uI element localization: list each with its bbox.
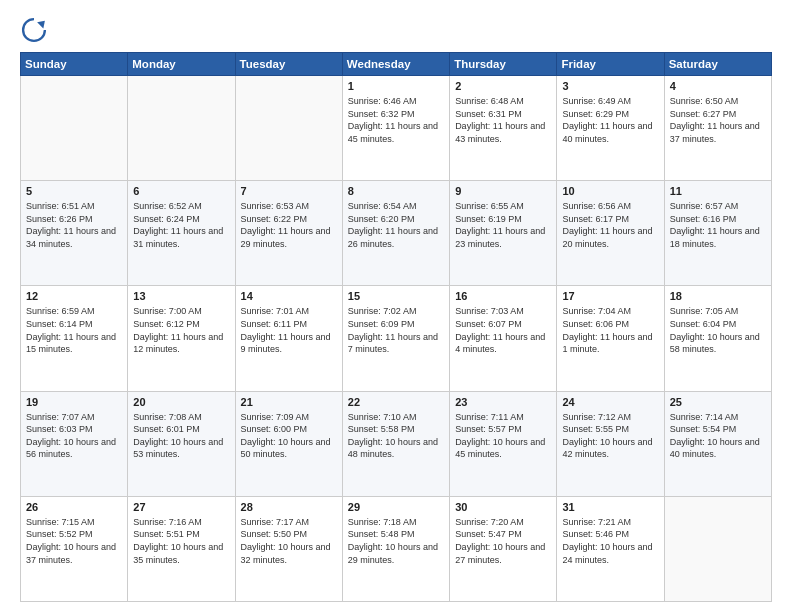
calendar-cell: 18Sunrise: 7:05 AM Sunset: 6:04 PM Dayli… (664, 286, 771, 391)
day-number: 13 (133, 290, 229, 302)
day-number: 12 (26, 290, 122, 302)
day-info: Sunrise: 7:02 AM Sunset: 6:09 PM Dayligh… (348, 305, 444, 355)
day-info: Sunrise: 7:01 AM Sunset: 6:11 PM Dayligh… (241, 305, 337, 355)
weekday-saturday: Saturday (664, 53, 771, 76)
day-number: 18 (670, 290, 766, 302)
day-info: Sunrise: 6:49 AM Sunset: 6:29 PM Dayligh… (562, 95, 658, 145)
day-number: 7 (241, 185, 337, 197)
calendar-cell (664, 496, 771, 601)
day-number: 11 (670, 185, 766, 197)
calendar-cell (128, 76, 235, 181)
weekday-wednesday: Wednesday (342, 53, 449, 76)
calendar-body: 1Sunrise: 6:46 AM Sunset: 6:32 PM Daylig… (21, 76, 772, 602)
calendar-cell: 1Sunrise: 6:46 AM Sunset: 6:32 PM Daylig… (342, 76, 449, 181)
day-info: Sunrise: 6:50 AM Sunset: 6:27 PM Dayligh… (670, 95, 766, 145)
day-info: Sunrise: 7:03 AM Sunset: 6:07 PM Dayligh… (455, 305, 551, 355)
day-info: Sunrise: 6:56 AM Sunset: 6:17 PM Dayligh… (562, 200, 658, 250)
day-number: 28 (241, 501, 337, 513)
day-info: Sunrise: 7:15 AM Sunset: 5:52 PM Dayligh… (26, 516, 122, 566)
calendar-cell (235, 76, 342, 181)
day-info: Sunrise: 7:12 AM Sunset: 5:55 PM Dayligh… (562, 411, 658, 461)
day-number: 27 (133, 501, 229, 513)
day-info: Sunrise: 7:14 AM Sunset: 5:54 PM Dayligh… (670, 411, 766, 461)
day-number: 1 (348, 80, 444, 92)
logo (20, 16, 54, 44)
day-number: 6 (133, 185, 229, 197)
calendar-cell: 12Sunrise: 6:59 AM Sunset: 6:14 PM Dayli… (21, 286, 128, 391)
day-number: 16 (455, 290, 551, 302)
day-info: Sunrise: 6:54 AM Sunset: 6:20 PM Dayligh… (348, 200, 444, 250)
calendar-cell: 8Sunrise: 6:54 AM Sunset: 6:20 PM Daylig… (342, 181, 449, 286)
day-info: Sunrise: 7:05 AM Sunset: 6:04 PM Dayligh… (670, 305, 766, 355)
day-number: 10 (562, 185, 658, 197)
calendar-cell: 24Sunrise: 7:12 AM Sunset: 5:55 PM Dayli… (557, 391, 664, 496)
calendar-header: SundayMondayTuesdayWednesdayThursdayFrid… (21, 53, 772, 76)
day-info: Sunrise: 7:10 AM Sunset: 5:58 PM Dayligh… (348, 411, 444, 461)
day-info: Sunrise: 6:46 AM Sunset: 6:32 PM Dayligh… (348, 95, 444, 145)
day-number: 25 (670, 396, 766, 408)
day-number: 3 (562, 80, 658, 92)
day-number: 17 (562, 290, 658, 302)
calendar-cell: 23Sunrise: 7:11 AM Sunset: 5:57 PM Dayli… (450, 391, 557, 496)
week-row-1: 1Sunrise: 6:46 AM Sunset: 6:32 PM Daylig… (21, 76, 772, 181)
calendar-cell: 21Sunrise: 7:09 AM Sunset: 6:00 PM Dayli… (235, 391, 342, 496)
day-info: Sunrise: 7:16 AM Sunset: 5:51 PM Dayligh… (133, 516, 229, 566)
calendar-cell: 27Sunrise: 7:16 AM Sunset: 5:51 PM Dayli… (128, 496, 235, 601)
day-info: Sunrise: 6:53 AM Sunset: 6:22 PM Dayligh… (241, 200, 337, 250)
calendar-cell: 4Sunrise: 6:50 AM Sunset: 6:27 PM Daylig… (664, 76, 771, 181)
calendar-cell: 28Sunrise: 7:17 AM Sunset: 5:50 PM Dayli… (235, 496, 342, 601)
calendar-cell: 2Sunrise: 6:48 AM Sunset: 6:31 PM Daylig… (450, 76, 557, 181)
calendar-cell: 17Sunrise: 7:04 AM Sunset: 6:06 PM Dayli… (557, 286, 664, 391)
day-info: Sunrise: 6:59 AM Sunset: 6:14 PM Dayligh… (26, 305, 122, 355)
header (20, 16, 772, 44)
day-info: Sunrise: 7:20 AM Sunset: 5:47 PM Dayligh… (455, 516, 551, 566)
calendar-cell: 30Sunrise: 7:20 AM Sunset: 5:47 PM Dayli… (450, 496, 557, 601)
weekday-header-row: SundayMondayTuesdayWednesdayThursdayFrid… (21, 53, 772, 76)
calendar-cell: 3Sunrise: 6:49 AM Sunset: 6:29 PM Daylig… (557, 76, 664, 181)
day-number: 21 (241, 396, 337, 408)
week-row-4: 19Sunrise: 7:07 AM Sunset: 6:03 PM Dayli… (21, 391, 772, 496)
day-number: 29 (348, 501, 444, 513)
day-number: 5 (26, 185, 122, 197)
day-info: Sunrise: 7:04 AM Sunset: 6:06 PM Dayligh… (562, 305, 658, 355)
day-info: Sunrise: 7:07 AM Sunset: 6:03 PM Dayligh… (26, 411, 122, 461)
calendar-table: SundayMondayTuesdayWednesdayThursdayFrid… (20, 52, 772, 602)
calendar-cell: 11Sunrise: 6:57 AM Sunset: 6:16 PM Dayli… (664, 181, 771, 286)
calendar-cell: 7Sunrise: 6:53 AM Sunset: 6:22 PM Daylig… (235, 181, 342, 286)
day-number: 24 (562, 396, 658, 408)
week-row-3: 12Sunrise: 6:59 AM Sunset: 6:14 PM Dayli… (21, 286, 772, 391)
day-number: 31 (562, 501, 658, 513)
calendar-cell: 9Sunrise: 6:55 AM Sunset: 6:19 PM Daylig… (450, 181, 557, 286)
day-number: 30 (455, 501, 551, 513)
page: SundayMondayTuesdayWednesdayThursdayFrid… (0, 0, 792, 612)
day-number: 20 (133, 396, 229, 408)
calendar-cell: 16Sunrise: 7:03 AM Sunset: 6:07 PM Dayli… (450, 286, 557, 391)
calendar-cell: 20Sunrise: 7:08 AM Sunset: 6:01 PM Dayli… (128, 391, 235, 496)
calendar-cell: 6Sunrise: 6:52 AM Sunset: 6:24 PM Daylig… (128, 181, 235, 286)
day-number: 9 (455, 185, 551, 197)
logo-icon (20, 16, 48, 44)
calendar-cell: 29Sunrise: 7:18 AM Sunset: 5:48 PM Dayli… (342, 496, 449, 601)
day-info: Sunrise: 6:48 AM Sunset: 6:31 PM Dayligh… (455, 95, 551, 145)
day-info: Sunrise: 7:11 AM Sunset: 5:57 PM Dayligh… (455, 411, 551, 461)
weekday-friday: Friday (557, 53, 664, 76)
weekday-monday: Monday (128, 53, 235, 76)
week-row-2: 5Sunrise: 6:51 AM Sunset: 6:26 PM Daylig… (21, 181, 772, 286)
day-number: 15 (348, 290, 444, 302)
day-number: 19 (26, 396, 122, 408)
calendar-cell: 13Sunrise: 7:00 AM Sunset: 6:12 PM Dayli… (128, 286, 235, 391)
weekday-sunday: Sunday (21, 53, 128, 76)
day-info: Sunrise: 7:18 AM Sunset: 5:48 PM Dayligh… (348, 516, 444, 566)
day-info: Sunrise: 6:51 AM Sunset: 6:26 PM Dayligh… (26, 200, 122, 250)
day-number: 26 (26, 501, 122, 513)
day-info: Sunrise: 6:52 AM Sunset: 6:24 PM Dayligh… (133, 200, 229, 250)
day-info: Sunrise: 7:09 AM Sunset: 6:00 PM Dayligh… (241, 411, 337, 461)
calendar-cell (21, 76, 128, 181)
day-number: 14 (241, 290, 337, 302)
weekday-tuesday: Tuesday (235, 53, 342, 76)
day-number: 22 (348, 396, 444, 408)
day-number: 2 (455, 80, 551, 92)
week-row-5: 26Sunrise: 7:15 AM Sunset: 5:52 PM Dayli… (21, 496, 772, 601)
day-number: 4 (670, 80, 766, 92)
day-info: Sunrise: 6:57 AM Sunset: 6:16 PM Dayligh… (670, 200, 766, 250)
